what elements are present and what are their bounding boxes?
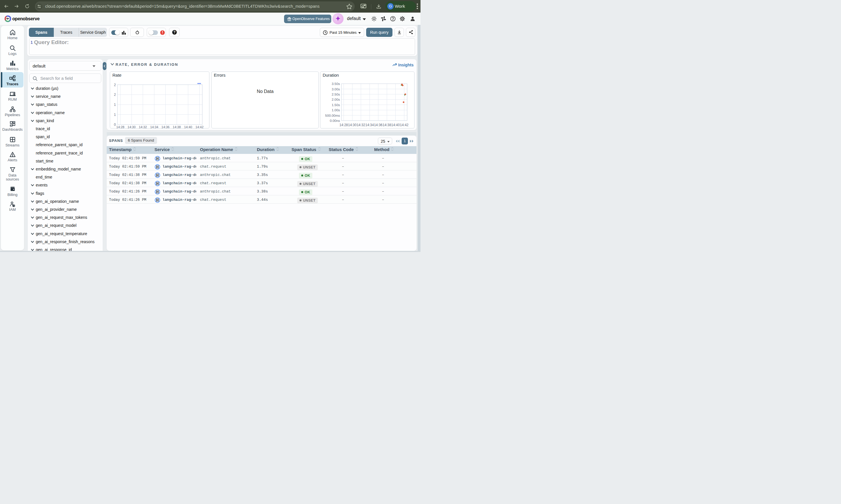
svg-text:14:42: 14:42 [400,123,409,127]
svg-text:14:40: 14:40 [184,125,192,128]
svg-text:1.50s: 1.50s [332,103,340,107]
svg-text:14:36: 14:36 [374,123,382,127]
svg-text:1: 1 [114,103,116,107]
svg-text:0.00ns: 0.00ns [330,119,340,123]
svg-text:14:32: 14:32 [139,125,147,128]
svg-text:3.50s: 3.50s [332,82,340,86]
svg-text:14:36: 14:36 [161,125,169,128]
svg-text:14:38: 14:38 [383,123,391,127]
svg-text:14:28: 14:28 [116,125,124,128]
svg-text:14:32: 14:32 [357,123,365,127]
svg-text:14:34: 14:34 [365,123,374,127]
svg-text:14:42: 14:42 [195,125,203,128]
svg-text:1.00s: 1.00s [332,108,340,112]
svg-text:14:40: 14:40 [391,123,400,127]
svg-text:0: 0 [114,123,116,127]
svg-text:3.00s: 3.00s [332,87,340,91]
svg-text:2.00s: 2.00s [332,97,340,102]
svg-text:14:38: 14:38 [173,125,181,128]
svg-text:14:28: 14:28 [340,123,348,127]
svg-text:2: 2 [114,93,116,97]
svg-text:14:30: 14:30 [128,125,136,128]
svg-text:500.00ms: 500.00ms [325,113,340,118]
svg-text:2.50s: 2.50s [332,92,340,96]
svg-text:2: 2 [114,83,116,87]
svg-text:1: 1 [114,113,116,117]
svg-text:14:30: 14:30 [348,123,357,127]
svg-text:14:34: 14:34 [150,125,158,128]
